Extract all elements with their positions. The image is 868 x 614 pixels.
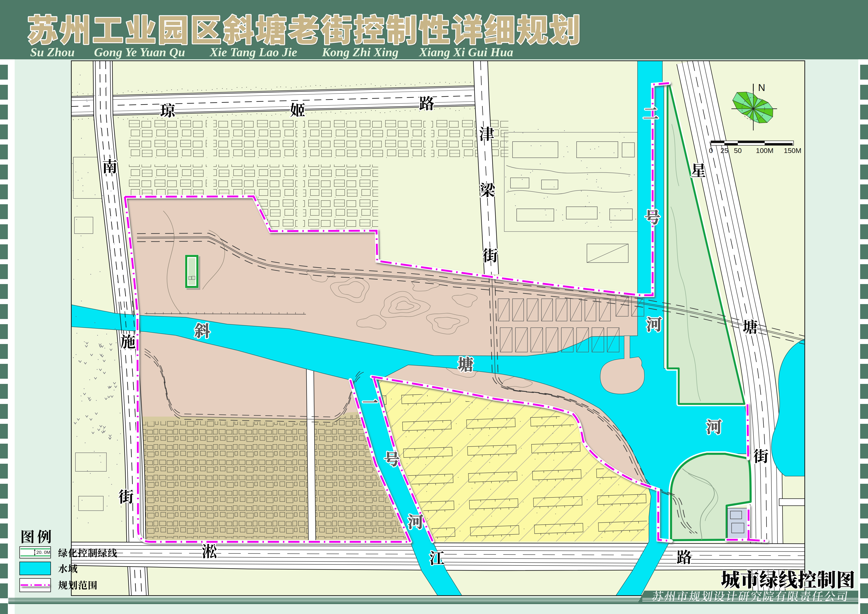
svg-text:50: 50 — [734, 147, 742, 154]
svg-text:150M: 150M — [784, 147, 801, 154]
svg-text:Xie Tang Lao Jie: Xie Tang Lao Jie — [209, 45, 297, 59]
svg-text:Kong Zhi Xing: Kong Zhi Xing — [322, 45, 398, 59]
svg-text:0: 0 — [709, 147, 713, 154]
svg-text:20. 0M: 20. 0M — [36, 550, 50, 555]
svg-text:25: 25 — [721, 147, 728, 154]
svg-text:Su Zhou: Su Zhou — [30, 45, 74, 59]
svg-text:100M: 100M — [756, 147, 773, 154]
svg-text:N: N — [758, 82, 765, 93]
svg-text:Xiang Xi Gui Hua: Xiang Xi Gui Hua — [419, 45, 513, 59]
svg-text:Gong Ye Yuan Qu: Gong Ye Yuan Qu — [94, 45, 185, 59]
